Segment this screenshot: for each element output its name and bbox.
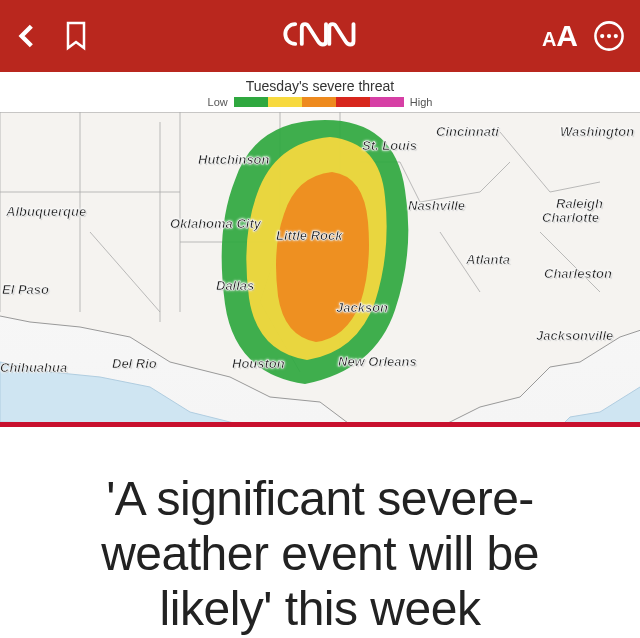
app-header: AA (0, 0, 640, 72)
legend-seg (302, 97, 336, 107)
legend-high-label: High (410, 96, 433, 108)
svg-point-1 (600, 34, 604, 38)
legend-low-label: Low (208, 96, 228, 108)
header-right: AA (542, 19, 626, 53)
svg-point-2 (607, 34, 611, 38)
legend-seg (336, 97, 370, 107)
cnn-logo-icon (271, 12, 359, 56)
city-label: Jacksonville (536, 328, 613, 343)
city-label: St. Louis (362, 138, 417, 153)
more-button[interactable] (592, 19, 626, 53)
text-size-large-icon: A (556, 19, 578, 53)
legend-seg (234, 97, 268, 107)
city-label: Atlanta (466, 252, 510, 267)
text-size-small-icon: A (542, 28, 556, 51)
map-legend: Low High (0, 96, 640, 108)
legend-bar (234, 97, 404, 107)
city-label: Little Rock (276, 228, 342, 243)
map-section: Tuesday's severe threat Low High (0, 72, 640, 422)
city-label: Jackson (336, 300, 388, 315)
article-area: 'A significant severe-weather event will… (0, 427, 640, 637)
bookmark-button[interactable] (64, 21, 88, 51)
city-label: Chihuahua (0, 360, 67, 375)
city-label: El Paso (2, 282, 49, 297)
city-label: Albuquerque (6, 204, 86, 219)
bookmark-icon (64, 21, 88, 51)
city-label: Charlotte (542, 210, 599, 225)
legend-seg (268, 97, 302, 107)
city-label: Dallas (216, 278, 254, 293)
svg-point-3 (614, 34, 618, 38)
text-size-button[interactable]: AA (542, 19, 578, 53)
city-label: Houston (232, 356, 285, 371)
chevron-left-icon (14, 23, 40, 49)
legend-seg (370, 97, 404, 107)
more-circle-icon (592, 19, 626, 53)
map-title: Tuesday's severe threat (0, 78, 640, 94)
city-label: Oklahoma City (170, 216, 261, 231)
city-label: Washington (560, 124, 634, 139)
city-label: Raleigh (556, 196, 603, 211)
map-canvas[interactable]: St. LouisCincinnatiWashingtonHutchinsonN… (0, 112, 640, 422)
header-left (14, 21, 88, 51)
city-label: Nashville (408, 198, 465, 213)
city-label: Cincinnati (436, 124, 499, 139)
back-button[interactable] (14, 23, 40, 49)
city-label: New Orleans (338, 354, 417, 369)
city-label: Del Rio (112, 356, 157, 371)
cnn-logo (271, 12, 359, 60)
city-label: Hutchinson (198, 152, 270, 167)
city-label: Charleston (544, 266, 612, 281)
article-headline: 'A significant severe-weather event will… (40, 471, 600, 637)
